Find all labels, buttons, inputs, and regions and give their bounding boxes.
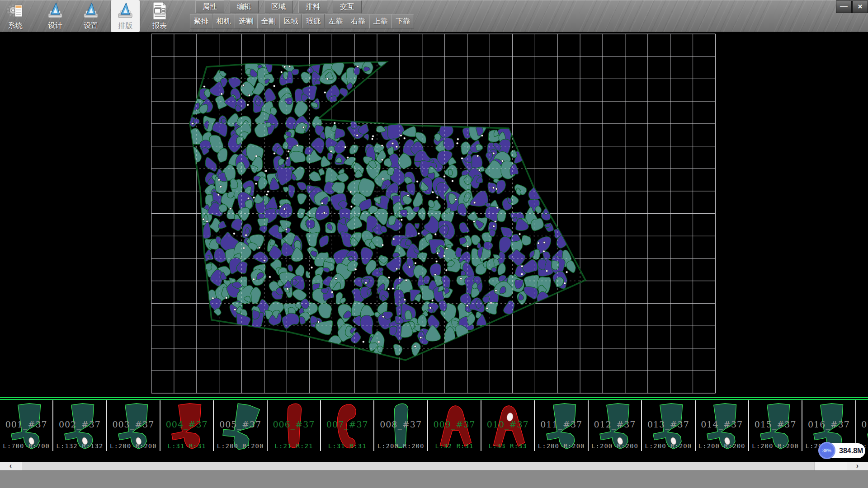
piece-id-label: 012_#37 [589,419,641,429]
piece-thumbnail-008_#37[interactable]: 008_#37L:200 R:200 [374,400,428,451]
piece-id-label: 005_#37 [214,419,266,429]
piece-thumbnail-005_#37[interactable]: 005_#37L:200 R:200 [214,400,267,451]
triangle-ruler-icon [46,1,65,20]
report-doc-icon [150,1,169,20]
piece-id-label: 001_#37 [0,419,52,429]
scroll-left-button[interactable]: ‹ [0,462,21,470]
status-bar [0,470,868,488]
app-tab-label: 排版 [111,21,140,31]
app-tab-label: 报表 [145,21,174,31]
piece-thumbnail-002_#37[interactable]: 002_#37L:132 R:132 [53,400,107,451]
triangle-ruler-icon [116,1,135,20]
piece-lr-label: L:32 R:31 [428,442,481,450]
close-button[interactable]: × [852,0,868,13]
tool-button-snap-top[interactable]: 上靠 [369,14,392,28]
menu-tab-edit[interactable]: 编辑 [230,0,259,13]
piece-id-label: 017_#37 [856,419,868,429]
strip-border-line [0,399,868,400]
piece-thumbnail-009_#37[interactable]: 009_#37L:32 R:31 [428,400,481,451]
tool-button-snap-bottom[interactable]: 下靠 [392,14,414,28]
strip-border-line [0,397,868,398]
app-window: 系统设计设置排版报表 属性编辑区域排料交互 聚排相机选割全割区域瑕疵左靠右靠上靠… [0,0,868,488]
piece-id-label: 011_#37 [535,419,588,429]
piece-id-label: 013_#37 [642,419,694,429]
piece-lr-label: L:200 R:200 [374,442,427,450]
piece-id-label: 010_#37 [481,419,534,429]
piece-lr-label: L:33 R:33 [481,442,534,450]
triangle-ruler-icon [81,1,100,20]
piece-thumbnail-003_#37[interactable]: 003_#37L:200 R:200 [107,400,160,451]
app-tab-design[interactable]: 设计 [41,0,70,32]
piece-lr-label: L:700 R:700 [0,442,52,450]
app-tab-settings[interactable]: 设置 [76,0,105,32]
tool-button-cluster-nest[interactable]: 聚排 [190,14,212,28]
app-tab-label: 设计 [41,21,70,31]
app-tab-label: 设置 [76,21,105,31]
piece-lr-label: L:21 R:21 [268,442,320,450]
memory-usage-badge: 38% 384.8M [819,443,865,458]
piece-thumbnail-007_#37[interactable]: 007_#37L:31 R:31 [321,400,374,451]
piece-id-label: 009_#37 [428,419,481,429]
piece-thumbnail-015_#37[interactable]: 015_#37L:200 R:200 [749,400,802,451]
scroll-right-button[interactable]: › [847,462,868,470]
menu-tab-nest-material[interactable]: 排料 [298,0,327,13]
horizontal-scrollbar[interactable]: ‹ › [0,462,868,470]
menu-tab-region[interactable]: 区域 [264,0,293,13]
piece-id-label: 004_#37 [160,419,213,429]
minimize-button[interactable]: — [836,0,852,13]
piece-thumbnail-014_#37[interactable]: 014_#37L:200 R:200 [696,400,749,451]
piece-lr-label: L:132 R:132 [53,442,106,450]
menu-tab-interact[interactable]: 交互 [333,0,362,13]
tool-button-defect[interactable]: 瑕疵 [302,14,325,28]
piece-thumbnail-001_#37[interactable]: 001_#37L:700 R:700 [0,400,53,451]
tool-button-region[interactable]: 区域 [279,14,302,28]
piece-lr-label: L:200 R:200 [535,442,588,450]
menu-tab-properties[interactable]: 属性 [195,0,224,13]
piece-id-label: 008_#37 [374,419,427,429]
piece-thumbnail-strip: 001_#37L:700 R:700002_#37L:132 R:132003_… [0,397,868,454]
piece-id-label: 006_#37 [268,419,320,429]
piece-thumbnail-012_#37[interactable]: 012_#37L:200 R:200 [589,400,642,451]
piece-thumbnail-004_#37[interactable]: 004_#37L:31 R:31 [160,400,214,451]
window-controls: — × [835,0,868,13]
piece-lr-label: L:31 R:31 [160,442,213,450]
memory-percent-circle: 38% [818,442,835,459]
piece-lr-label: L:200 R:200 [642,442,694,450]
piece-id-label: 003_#37 [107,419,160,429]
app-tab-nesting[interactable]: 排版 [111,0,140,32]
piece-lr-label: L:200 R:200 [749,442,802,450]
nesting-canvas[interactable] [0,32,868,397]
scrollbar-thumb[interactable] [22,462,815,470]
piece-id-label: 014_#37 [696,419,748,429]
piece-id-label: 007_#37 [321,419,373,429]
piece-lr-label: L:200 R:200 [696,442,748,450]
gear-doc-icon [6,1,25,20]
tool-button-cut-all[interactable]: 全割 [257,14,280,28]
piece-id-label: 016_#37 [802,419,855,429]
piece-id-label: 002_#37 [53,419,106,429]
piece-lr-label: L:200 R:200 [107,442,160,450]
piece-lr-label: L:200 R:200 [214,442,266,450]
app-tab-report[interactable]: 报表 [145,0,174,32]
piece-lr-label: L:200 R:200 [589,442,641,450]
tool-button-select-cut[interactable]: 选割 [235,14,257,28]
top-toolbar: 系统设计设置排版报表 属性编辑区域排料交互 聚排相机选割全割区域瑕疵左靠右靠上靠… [0,0,868,32]
piece-id-label: 015_#37 [749,419,802,429]
piece-thumbnail-010_#37[interactable]: 010_#37L:33 R:33 [481,400,535,451]
tool-button-camera[interactable]: 相机 [212,14,235,28]
piece-thumbnail-013_#37[interactable]: 013_#37L:200 R:200 [642,400,695,451]
tool-button-snap-right[interactable]: 右靠 [347,14,369,28]
piece-thumbnail-006_#37[interactable]: 006_#37L:21 R:21 [268,400,321,451]
app-tab-system[interactable]: 系统 [1,0,30,32]
memory-amount-label: 384.8M [839,443,863,458]
piece-lr-label: L:31 R:31 [321,442,373,450]
app-tab-label: 系统 [1,21,30,31]
tool-button-snap-left[interactable]: 左靠 [325,14,347,28]
piece-thumbnail-011_#37[interactable]: 011_#37L:200 R:200 [535,400,589,451]
